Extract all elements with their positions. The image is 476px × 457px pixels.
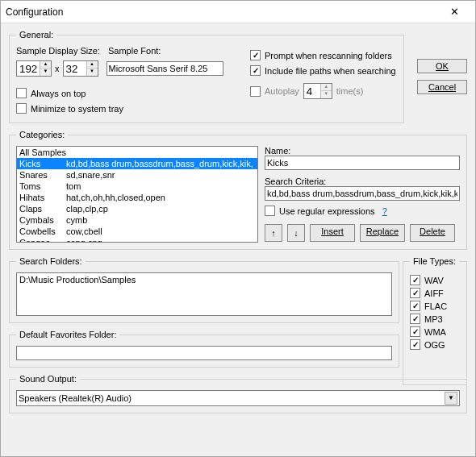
search-folders-legend: Search Folders: bbox=[16, 256, 86, 266]
filetype-checkbox[interactable] bbox=[410, 301, 420, 311]
config-window: Configuration ✕ OK Cancel General: Sampl… bbox=[0, 0, 476, 457]
search-folders-list[interactable]: D:\Music Production\Samples bbox=[16, 272, 392, 316]
sound-output-legend: Sound Output: bbox=[16, 374, 80, 384]
filetypes-group: File Types: WAVAIFFFLACMP3WMAOGG bbox=[403, 256, 467, 385]
cancel-button[interactable]: Cancel bbox=[417, 80, 467, 94]
always-on-top-checkbox[interactable] bbox=[16, 88, 27, 98]
ok-button[interactable]: OK bbox=[417, 59, 467, 73]
category-row[interactable]: Hihatshat,ch,oh,hh,closed,open bbox=[17, 192, 257, 203]
category-row[interactable]: Clapsclap,clp,cp bbox=[17, 203, 257, 214]
filetype-checkbox[interactable] bbox=[410, 326, 420, 337]
categories-list[interactable]: All SamplesKickskd,bd,bass drum,bassdrum… bbox=[16, 146, 258, 243]
insert-button[interactable]: Insert bbox=[310, 224, 355, 242]
filetype-checkbox[interactable] bbox=[410, 288, 420, 298]
name-field[interactable] bbox=[265, 156, 460, 170]
criteria-field[interactable] bbox=[265, 186, 460, 201]
category-row[interactable]: Kickskd,bd,bass drum,bassdrum,bass_drum,… bbox=[17, 158, 257, 169]
include-paths-checkbox[interactable] bbox=[250, 65, 261, 76]
categories-group: Categories: All SamplesKickskd,bd,bass d… bbox=[9, 130, 467, 250]
titlebar: Configuration ✕ bbox=[1, 1, 475, 23]
favorites-field[interactable] bbox=[16, 346, 392, 360]
prompt-rescan-checkbox[interactable] bbox=[250, 50, 261, 60]
filetype-checkbox[interactable] bbox=[410, 314, 420, 324]
favorites-legend: Default Favorites Folder: bbox=[16, 330, 119, 339]
filetype-checkbox[interactable] bbox=[410, 275, 420, 285]
chevron-up-icon: ▲ bbox=[40, 61, 51, 69]
regex-checkbox[interactable] bbox=[265, 206, 275, 216]
category-row[interactable]: Cowbellscow,cbell bbox=[17, 226, 257, 237]
sound-output-group: Sound Output: Speakers (Realtek(R) Audio… bbox=[9, 374, 467, 413]
autoplay-count-stepper[interactable]: ▲▼ bbox=[303, 83, 332, 99]
chevron-down-icon: ▼ bbox=[445, 392, 457, 405]
name-label: Name: bbox=[265, 146, 460, 156]
chevron-down-icon: ▼ bbox=[40, 69, 51, 76]
sound-output-select[interactable]: Speakers (Realtek(R) Audio) ▼ bbox=[16, 390, 460, 406]
window-title: Configuration bbox=[6, 6, 438, 18]
favorites-group: Default Favorites Folder: bbox=[9, 330, 399, 368]
width-stepper[interactable]: ▲▼ bbox=[16, 60, 52, 77]
categories-legend: Categories: bbox=[16, 130, 68, 139]
move-up-button[interactable]: ↑ bbox=[265, 224, 282, 242]
delete-button[interactable]: Delete bbox=[410, 224, 455, 242]
criteria-label: Search Criteria: bbox=[265, 177, 460, 186]
sample-font-label: Sample Font: bbox=[108, 46, 161, 56]
move-down-button[interactable]: ↓ bbox=[287, 224, 305, 242]
replace-button[interactable]: Replace bbox=[360, 224, 405, 242]
general-group: General: Sample Display Size: Sample Fon… bbox=[9, 30, 404, 123]
filetype-checkbox[interactable] bbox=[410, 339, 420, 350]
close-icon[interactable]: ✕ bbox=[438, 6, 470, 18]
category-row[interactable]: Cymbalscymb bbox=[17, 214, 257, 226]
category-row[interactable]: All Samples bbox=[17, 147, 257, 158]
height-stepper[interactable]: ▲▼ bbox=[63, 60, 98, 77]
general-legend: General: bbox=[16, 30, 56, 39]
sample-font-field[interactable] bbox=[106, 61, 223, 76]
help-icon[interactable]: ? bbox=[382, 206, 387, 216]
autoplay-checkbox[interactable] bbox=[250, 86, 261, 97]
display-size-label: Sample Display Size: bbox=[16, 46, 105, 56]
category-row[interactable]: Snaressd,snare,snr bbox=[17, 169, 257, 181]
category-row[interactable]: Tomstom bbox=[17, 181, 257, 192]
category-row[interactable]: Congascong,cng bbox=[17, 237, 257, 243]
filetypes-legend: File Types: bbox=[410, 256, 459, 266]
minimize-tray-checkbox[interactable] bbox=[16, 103, 27, 114]
search-folders-group: Search Folders: D:\Music Production\Samp… bbox=[9, 256, 399, 323]
